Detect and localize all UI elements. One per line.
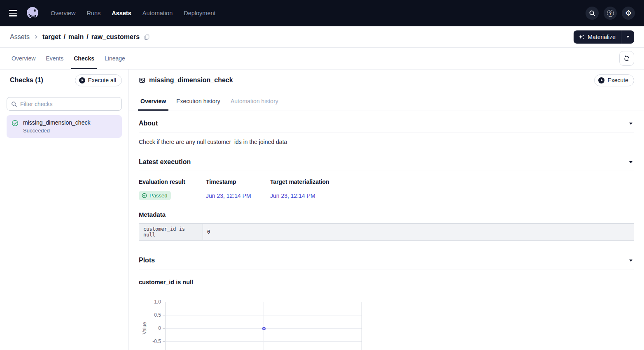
primary-nav: Overview Runs Assets Automation Deployme… [51, 10, 216, 16]
check-item-name: missing_dimension_check [23, 119, 90, 126]
tab-lineage[interactable]: Lineage [103, 48, 127, 69]
plots-section-header: Plots [139, 248, 634, 269]
execute-button[interactable]: Execute [594, 74, 634, 86]
y-tick-label: 0 [139, 325, 161, 331]
filter-checks-input[interactable] [20, 101, 117, 107]
plots-heading: Plots [139, 257, 155, 264]
evaluation-result-value: Passed [149, 192, 167, 199]
nav-item-deployment[interactable]: Deployment [184, 10, 215, 16]
collapse-caret-icon[interactable] [629, 123, 632, 125]
copy-button[interactable] [144, 34, 150, 40]
top-navigation-bar: Overview Runs Assets Automation Deployme… [0, 0, 644, 26]
timestamp-link[interactable]: Jun 23, 12:14 PM [206, 192, 270, 199]
checks-count-title: Checks (1) [10, 76, 43, 84]
col-target-materialization: Target materialization [270, 178, 634, 185]
nav-item-runs[interactable]: Runs [86, 10, 100, 16]
plot-area [165, 302, 362, 350]
materialize-button[interactable]: Materialize [574, 30, 621, 44]
target-materialization-link[interactable]: Jun 23, 12:14 PM [270, 192, 634, 199]
execute-all-label: Execute all [88, 77, 116, 83]
materialize-label: Materialize [588, 34, 616, 40]
asset-key-separator: / [63, 33, 65, 41]
play-icon [79, 77, 85, 83]
dagster-logo[interactable] [25, 5, 40, 21]
execute-all-button[interactable]: Execute all [75, 74, 122, 86]
status-badge: Passed [139, 191, 171, 200]
settings-button[interactable]: ⚙ [622, 7, 635, 20]
tab-check-overview[interactable]: Overview [139, 91, 168, 111]
check-circle-icon [142, 193, 147, 198]
refresh-icon [623, 55, 630, 62]
check-detail-tabs: Overview Execution history Automation hi… [129, 91, 644, 111]
copy-icon [144, 34, 150, 40]
collapse-caret-icon[interactable] [629, 260, 632, 262]
help-icon: ? [607, 10, 614, 17]
filter-checks-box [7, 97, 122, 111]
tab-execution-history[interactable]: Execution history [175, 91, 222, 111]
hamburger-menu-icon[interactable] [9, 10, 19, 16]
octopus-logo-icon [25, 5, 40, 21]
metadata-heading: Metadata [139, 211, 634, 218]
col-evaluation-result: Evaluation result [139, 178, 206, 185]
latest-execution-grid: Evaluation result Timestamp Target mater… [139, 178, 634, 200]
tab-automation-history[interactable]: Automation history [229, 91, 280, 111]
metadata-key: customer_id is null [139, 224, 203, 241]
materialize-dropdown-button[interactable] [621, 30, 634, 44]
collapse-caret-icon[interactable] [629, 161, 632, 163]
asset-key-separator: / [86, 33, 88, 41]
check-title: missing_dimension_check [149, 76, 233, 84]
latest-execution-section-header: Latest execution [139, 150, 634, 171]
tab-overview[interactable]: Overview [10, 48, 37, 69]
metadata-value: 0 [203, 224, 634, 241]
play-icon [598, 77, 604, 83]
execute-label: Execute [607, 77, 628, 83]
about-heading: About [139, 120, 158, 127]
search-icon [11, 101, 17, 107]
refresh-button[interactable] [619, 51, 634, 66]
materialize-split-button: Materialize [574, 30, 634, 44]
latest-execution-heading: Latest execution [139, 158, 191, 166]
check-item-status: Succeeded [23, 127, 90, 134]
y-tick-label: 0.5 [139, 312, 161, 318]
help-button[interactable]: ? [604, 7, 617, 20]
breadcrumb-assets-link[interactable]: Assets [10, 33, 30, 41]
chevron-right-icon [34, 35, 38, 39]
tab-checks[interactable]: Checks [72, 48, 96, 69]
breadcrumb-row: Assets target / main / raw_customers Mat… [0, 26, 644, 48]
nav-item-assets[interactable]: Assets [112, 10, 131, 16]
about-section-header: About [139, 111, 634, 132]
sparkle-icon [578, 34, 585, 40]
checks-panel-body: missing_dimension_check Succeeded [0, 91, 128, 144]
check-detail-header: missing_dimension_check Execute [129, 70, 644, 91]
col-timestamp: Timestamp [206, 178, 270, 185]
checks-panel-header: Checks (1) Execute all [0, 70, 128, 91]
check-list-item[interactable]: missing_dimension_check Succeeded [7, 115, 122, 138]
gear-icon: ⚙ [625, 9, 632, 17]
breadcrumb-asset-key: target / main / raw_customers [42, 33, 140, 41]
content-split: Checks (1) Execute all missing_dimension… [0, 70, 644, 350]
metadata-row: customer_id is null 0 [139, 224, 634, 241]
plot-title: customer_id is null [139, 279, 634, 285]
asset-check-icon [139, 77, 145, 83]
asset-key-part: target [42, 33, 61, 41]
nav-item-overview[interactable]: Overview [51, 10, 75, 16]
tab-events[interactable]: Events [44, 48, 65, 69]
checks-panel: Checks (1) Execute all missing_dimension… [0, 70, 129, 350]
asset-key-part-last: raw_customers [91, 33, 140, 41]
asset-tabs-row: Overview Events Checks Lineage [0, 48, 644, 70]
check-detail-pane: missing_dimension_check Execute Overview… [129, 70, 644, 350]
metadata-table: customer_id is null 0 [139, 223, 634, 241]
check-description: Check if there are any null customer_ids… [139, 139, 634, 145]
caret-down-icon [626, 36, 630, 38]
check-detail-body: About Check if there are any null custom… [129, 111, 644, 350]
y-tick-label: 1.0 [139, 299, 161, 305]
search-icon [589, 10, 595, 16]
nav-item-automation[interactable]: Automation [142, 10, 173, 16]
value-scatter-chart: Value 1.0 0.5 0 -0.5 -1.0 Jun [139, 302, 634, 350]
check-success-icon [12, 120, 19, 127]
data-point [262, 327, 266, 330]
search-button[interactable] [586, 7, 599, 20]
y-tick-label: -0.5 [139, 338, 161, 344]
asset-key-part: main [68, 33, 84, 41]
